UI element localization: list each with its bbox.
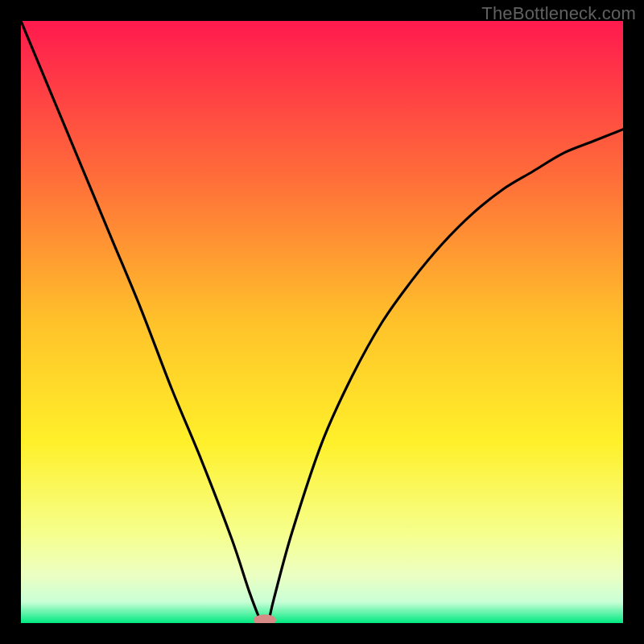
chart-frame: TheBottleneck.com	[0, 0, 644, 644]
plot-area	[21, 21, 623, 623]
gradient-background	[21, 21, 623, 623]
bottleneck-chart	[21, 21, 623, 623]
